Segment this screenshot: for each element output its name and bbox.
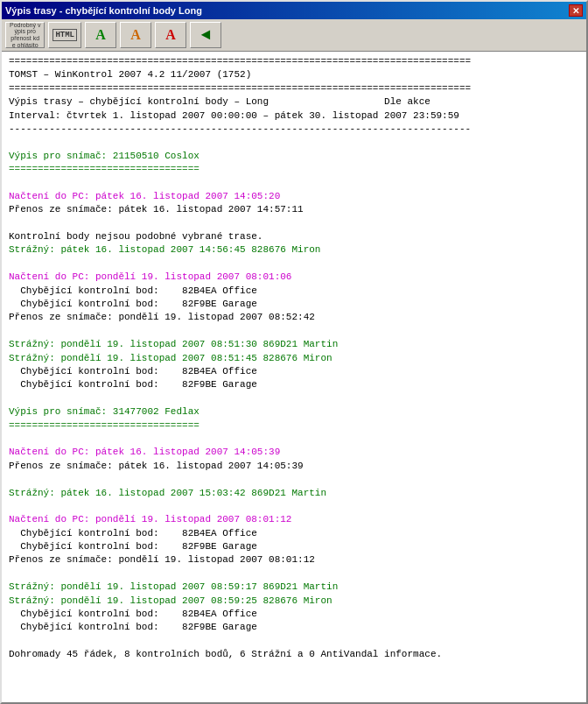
toolbar: Podrobný výpis propřenost kde ohlásito H…: [2, 19, 586, 52]
section2-sep: =================================: [9, 419, 579, 433]
title-bar: Výpis trasy - chybějící kontrolní body L…: [2, 2, 586, 19]
font-a-red-icon: A: [165, 27, 176, 43]
blank-4: [9, 392, 579, 405]
prenos2: Přenos ze snímače: pondělí 19. listopad …: [9, 311, 579, 324]
html-icon: HTML: [52, 29, 77, 41]
font-large-red-button[interactable]: A: [155, 22, 186, 48]
chybejici8: Chybějící kontrolní bod: 82F9BE Garage: [9, 621, 579, 634]
interval-line: Interval: čtvrtek 1. listopad 2007 00:00…: [9, 109, 579, 123]
prenos4: Přenos ze snímače: pondělí 19. listopad …: [9, 553, 579, 567]
font-large-green-button[interactable]: A: [85, 22, 116, 48]
section2-header: Výpis pro snímač: 31477002 Fedlax: [9, 405, 579, 419]
chybejici3: Chybějící kontrolní bod: 82B4EA Office: [9, 365, 579, 378]
strazny1: Strážný: pátek 16. listopad 2007 14:56:4…: [9, 243, 579, 257]
content-area[interactable]: ========================================…: [2, 52, 586, 702]
footer: Dohromady 45 řádek, 8 kontrolních bodů, …: [9, 648, 579, 661]
chybejici2: Chybějící kontrolní bod: 82F9BE Garage: [9, 298, 579, 311]
main-window: Výpis trasy - chybějící kontrolní body L…: [0, 0, 588, 704]
back-icon: ◄: [201, 26, 211, 44]
nacteni4: Načtení do PC: pondělí 19. listopad 2007…: [9, 513, 579, 526]
nacteni3: Načtení do PC: pátek 16. listopad 2007 1…: [9, 446, 579, 459]
blank-8: [9, 567, 579, 581]
sep-dash: ----------------------------------------…: [9, 123, 579, 136]
html-button[interactable]: HTML: [48, 22, 81, 48]
pdf-button[interactable]: Podrobný výpis propřenost kde ohlásito: [5, 22, 45, 48]
font-a-green-icon: A: [95, 27, 106, 43]
chybejici4: Chybějící kontrolní bod: 82F9BE Garage: [9, 378, 579, 391]
blank-9: [9, 635, 579, 648]
title-line: Výpis trasy – chybějící kontrolní body –…: [9, 95, 579, 109]
header1: TOMST – WinKontrol 2007 4.2 11/2007 (175…: [9, 68, 579, 81]
font-large-orange-button[interactable]: A: [120, 22, 151, 48]
chybejici1: Chybějící kontrolní bod: 82B4EA Office: [9, 285, 579, 298]
prenos1: Přenos ze snímače: pátek 16. listopad 20…: [9, 203, 579, 216]
section1-sep: =================================: [9, 163, 579, 176]
close-button[interactable]: ✕: [569, 4, 583, 17]
window-title: Výpis trasy - chybějící kontrolní body L…: [5, 5, 202, 16]
blank-6: [9, 473, 579, 486]
strazny2: Strážný: pondělí 19. listopad 2007 08:51…: [9, 338, 579, 351]
font-a-orange-icon: A: [130, 27, 141, 43]
header-sep-2: ========================================…: [9, 82, 579, 95]
header-sep-1: ========================================…: [9, 55, 579, 68]
chybejici5: Chybějící kontrolní bod: 82B4EA Office: [9, 527, 579, 540]
blank-3: [9, 325, 579, 338]
nacteni1: Načtení do PC: pátek 16. listopad 2007 1…: [9, 190, 579, 203]
strazny4: Strážný: pátek 16. listopad 2007 15:03:4…: [9, 487, 579, 500]
blank-2: [9, 257, 579, 271]
nacteni2: Načtení do PC: pondělí 19. listopad 2007…: [9, 271, 579, 284]
section1-header: Výpis pro snímač: 21150510 Coslox: [9, 150, 579, 163]
chybejici7: Chybějící kontrolní bod: 82B4EA Office: [9, 608, 579, 621]
chybejici6: Chybějící kontrolní bod: 82F9BE Garage: [9, 540, 579, 553]
strazny5: Strážný: pondělí 19. listopad 2007 08:59…: [9, 581, 579, 594]
blank-7: [9, 500, 579, 513]
strazny3: Strážný: pondělí 19. listopad 2007 08:51…: [9, 352, 579, 365]
back-button[interactable]: ◄: [190, 22, 221, 48]
blank-5: [9, 433, 579, 446]
kontrolni1: Kontrolní body nejsou podobné vybrané tr…: [9, 230, 579, 243]
strazny6: Strážný: pondělí 19. listopad 2007 08:59…: [9, 595, 579, 608]
blank-a: [9, 177, 579, 190]
blank-0: [9, 136, 579, 149]
prenos3: Přenos ze snímače: pátek 16. listopad 20…: [9, 460, 579, 473]
blank-1: [9, 217, 579, 230]
